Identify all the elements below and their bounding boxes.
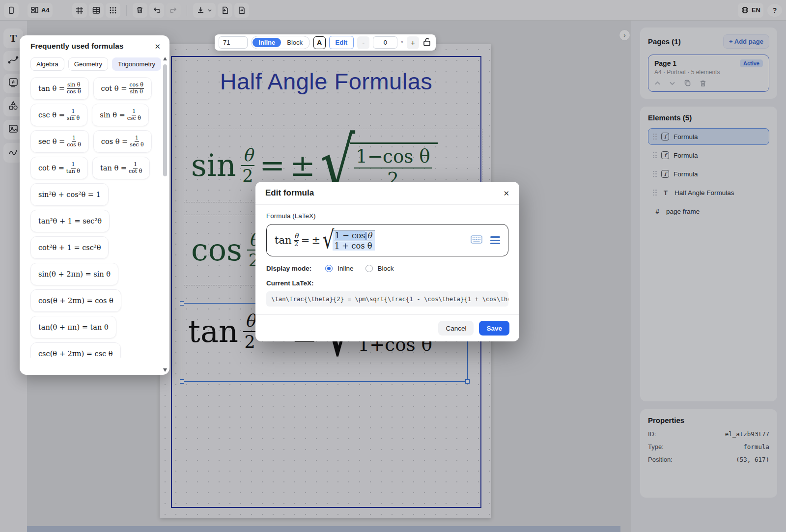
display-block-button[interactable]: Block — [281, 38, 309, 47]
formula-text: sin(θ + 2πn) = sin θ — [38, 270, 111, 278]
formula-preset-button[interactable]: csc(θ + 2πn) = csc θ — [30, 342, 121, 358]
formula-row: csc(θ + 2πn) = csc θ — [30, 342, 157, 358]
formula-fraction: 1tan θ — [66, 162, 80, 174]
formula-preset-button[interactable]: cos θ =1sec θ — [93, 130, 152, 153]
scroll-down-icon[interactable] — [163, 368, 167, 372]
formula-text: cot²θ + 1 = csc²θ — [38, 244, 101, 252]
formula-lhs: sin θ = — [100, 111, 125, 119]
save-button[interactable]: Save — [479, 321, 509, 336]
formula-text: cos(θ + 2πn) = cos θ — [38, 297, 113, 305]
formulas-panel-title: Frequently used formulas — [30, 42, 123, 51]
panel-scrollbar[interactable] — [163, 57, 168, 372]
format-toolbar: 71 Inline Block A Edit - 0 ° + — [215, 34, 436, 51]
formula-row: tan²θ + 1 = sec²θ — [30, 210, 157, 232]
close-icon[interactable]: ✕ — [154, 43, 161, 50]
math-frac-num: θ — [294, 233, 299, 241]
formula-text: tan(θ + πn) = tan θ — [38, 323, 109, 331]
formula-preset-button[interactable]: csc θ =1sin θ — [30, 104, 87, 126]
fraction-denominator: sin θ — [130, 89, 142, 95]
formula-preset-button[interactable]: cot²θ + 1 = csc²θ — [30, 236, 109, 259]
fraction-denominator: tan θ — [66, 168, 80, 174]
fraction-denominator: csc θ — [127, 115, 141, 121]
math-frac-den: 2 — [294, 241, 299, 248]
scrollbar-thumb[interactable] — [163, 64, 167, 176]
formula-text: tan²θ + 1 = sec²θ — [38, 217, 102, 225]
math-pm: ± — [311, 235, 320, 246]
cancel-button[interactable]: Cancel — [438, 321, 474, 336]
formulas-panel: Frequently used formulas ✕ AlgebraGeomet… — [20, 35, 169, 375]
display-mode-label: Display mode: — [266, 265, 311, 272]
formula-lhs: cot θ = — [101, 84, 127, 92]
app: { "topbar": { "a4_label": "A4", "languag… — [0, 0, 786, 532]
formula-lhs: cot θ = — [38, 164, 64, 172]
fraction-numerator: 1 — [133, 162, 138, 168]
degree-label: ° — [401, 40, 403, 46]
formula-lhs: csc θ = — [38, 111, 65, 119]
tab-trigonometry[interactable]: Trigonometry — [112, 57, 161, 71]
selected-text: 1 − cos — [335, 231, 365, 240]
formula-preset-button[interactable]: sin(θ + 2πn) = sin θ — [30, 263, 118, 285]
formula-preset-button[interactable]: cos(θ + 2πn) = cos θ — [30, 289, 121, 312]
sqrt-icon: √ — [322, 231, 334, 249]
display-inline-button[interactable]: Inline — [253, 38, 281, 47]
formula-preset-button[interactable]: tan(θ + πn) = tan θ — [30, 316, 116, 338]
fraction-numerator: 1 — [135, 135, 139, 141]
edit-formula-modal: Edit formula ✕ Formula (LaTeX) tan θ2 = … — [255, 182, 519, 341]
math-rad-num-rest: θ — [367, 231, 372, 240]
rotation-increase-button[interactable]: + — [407, 36, 419, 49]
formula-text: csc(θ + 2πn) = csc θ — [38, 350, 113, 358]
formula-row: cot θ =1tan θtan θ =1cot θ — [30, 157, 157, 179]
radio-block-label[interactable]: Block — [378, 265, 394, 272]
fraction-denominator: cot θ — [129, 168, 142, 174]
scroll-up-icon[interactable] — [163, 57, 167, 60]
formula-preset-button[interactable]: cot θ =1tan θ — [30, 157, 88, 179]
formula-fraction: sin θcos θ — [67, 82, 81, 94]
formula-preset-button[interactable]: sec θ =1cos θ — [30, 130, 89, 153]
menu-icon[interactable] — [490, 236, 500, 244]
font-size-input[interactable]: 71 — [219, 36, 248, 49]
formula-preview-input[interactable]: tan θ2 = ± √1 − cosθ1 + cos θ — [266, 224, 508, 256]
formula-row: sin²θ + cos²θ = 1 — [30, 183, 157, 206]
text-cursor — [365, 232, 366, 240]
formula-fraction: 1sec θ — [130, 135, 143, 147]
radio-block[interactable] — [365, 265, 373, 272]
bold-button[interactable]: A — [313, 36, 326, 49]
modal-close-button[interactable]: ✕ — [503, 190, 509, 197]
radio-inline[interactable] — [325, 265, 333, 272]
fraction-numerator: 1 — [71, 162, 75, 168]
formula-row: cos(θ + 2πn) = cos θ — [30, 289, 157, 312]
tab-algebra[interactable]: Algebra — [30, 57, 64, 71]
modal-title: Edit formula — [265, 188, 314, 198]
formula-preset-button[interactable]: cot θ =cos θsin θ — [93, 77, 152, 100]
fraction-denominator: sin θ — [67, 115, 80, 121]
rotation-input[interactable]: 0 — [373, 36, 397, 49]
fraction-denominator: sec θ — [130, 142, 143, 148]
formula-text: sin²θ + cos²θ = 1 — [38, 191, 101, 198]
formula-fraction: 1cot θ — [129, 162, 142, 174]
tab-geometry[interactable]: Geometry — [68, 57, 108, 71]
formula-fraction: 1csc θ — [127, 109, 141, 121]
fraction-denominator: cos θ — [67, 89, 81, 95]
unlock-icon[interactable] — [422, 37, 432, 49]
rotation-decrease-button[interactable]: - — [357, 36, 369, 49]
formula-lhs: tan θ = — [38, 84, 65, 92]
formula-preset-button[interactable]: sin θ =1csc θ — [92, 104, 149, 126]
edit-button[interactable]: Edit — [329, 36, 354, 49]
radio-inline-label[interactable]: Inline — [337, 265, 353, 272]
fraction-numerator: sin θ — [67, 82, 81, 88]
math-rad-den: 1 + cos θ — [335, 241, 372, 250]
keyboard-icon[interactable] — [471, 235, 482, 246]
math-func: tan — [275, 235, 291, 246]
formula-preset-button[interactable]: sin²θ + cos²θ = 1 — [30, 183, 109, 206]
formula-row: tan θ =sin θcos θcot θ =cos θsin θ — [30, 77, 157, 100]
formula-fraction: 1cos θ — [67, 135, 81, 147]
current-latex-label: Current LaTeX: — [266, 280, 508, 287]
fraction-numerator: 1 — [132, 109, 136, 115]
formula-row: sin(θ + 2πn) = sin θ — [30, 263, 157, 285]
formula-row: tan(θ + πn) = tan θ — [30, 316, 157, 338]
formula-preset-button[interactable]: tan θ =1cot θ — [92, 157, 150, 179]
formula-preset-button[interactable]: tan²θ + 1 = sec²θ — [30, 210, 110, 232]
formula-row: csc θ =1sin θsin θ =1csc θ — [30, 104, 157, 126]
rotation-value: 0 — [384, 39, 387, 46]
formula-preset-button[interactable]: tan θ =sin θcos θ — [30, 77, 89, 100]
